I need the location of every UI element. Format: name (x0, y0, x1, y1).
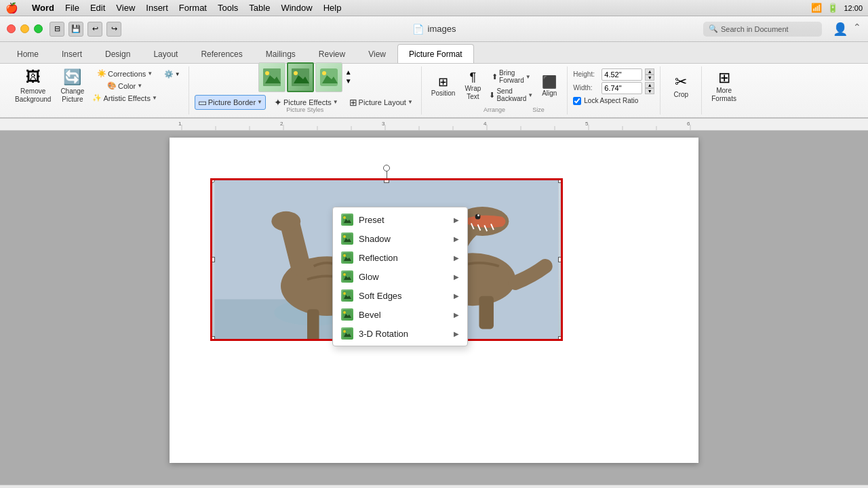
handle-top-right[interactable] (558, 178, 563, 183)
menu-table[interactable]: Table (243, 3, 275, 13)
tab-home[interactable]: Home (5, 44, 50, 63)
3d-rotation-arrow: ▶ (454, 330, 459, 338)
tab-insert[interactable]: Insert (50, 44, 94, 63)
user-icon[interactable]: 👤 (833, 22, 848, 37)
crop-button[interactable]: ✂ Crop (666, 70, 696, 102)
minimize-button[interactable] (20, 24, 29, 33)
send-backward-button[interactable]: ⬇ SendBackward ▼ (486, 86, 536, 104)
width-down[interactable]: ▼ (645, 88, 654, 94)
lock-aspect-checkbox[interactable] (573, 97, 581, 105)
width-up[interactable]: ▲ (645, 82, 654, 88)
tab-picture-format[interactable]: Picture Format (397, 44, 474, 63)
bevel-label: Bevel (359, 310, 448, 320)
glow-icon (341, 270, 353, 283)
tab-layout[interactable]: Layout (142, 44, 189, 63)
handle-bottom-right[interactable] (558, 336, 563, 341)
redo-icon[interactable]: ↪ (106, 22, 121, 37)
3d-rotation-label: 3-D Rotation (359, 329, 448, 339)
svg-rect-37 (307, 309, 319, 339)
tab-view[interactable]: View (357, 44, 397, 63)
bring-forward-button[interactable]: ⬆ BringForward ▼ (489, 68, 534, 85)
close-button[interactable] (7, 24, 16, 33)
more-formats-group: ⊞ MoreFormats (702, 66, 746, 115)
ribbon-collapse-icon[interactable]: ⌃ (853, 22, 861, 37)
remove-background-button[interactable]: 🖼 RemoveBackground (11, 66, 55, 106)
compress-pictures-button[interactable]: ⚙️ ▼ (161, 68, 183, 80)
corrections-arrow: ▼ (147, 70, 153, 77)
menu-window[interactable]: Window (275, 3, 317, 13)
corrections-button[interactable]: ☀️ Corrections ▼ (94, 68, 155, 79)
height-input[interactable] (601, 68, 642, 81)
menu-edit[interactable]: Edit (85, 3, 111, 13)
titlebar: ⊟ 💾 ↩ ↪ 📄 images 🔍 Search in Document 👤 … (0, 16, 868, 42)
save-icon[interactable]: 💾 (68, 22, 83, 37)
maximize-button[interactable] (34, 24, 43, 33)
apple-menu[interactable]: 🍎 (5, 2, 18, 14)
svg-text:5: 5 (585, 121, 589, 127)
reflection-arrow: ▶ (454, 254, 459, 262)
picture-styles-row: ▲ ▼ (258, 62, 352, 92)
picture-layout-button[interactable]: ⊞ Picture Layout ▼ (347, 96, 416, 109)
menu-help[interactable]: Help (318, 3, 347, 13)
more-formats-button[interactable]: ⊞ MoreFormats (707, 66, 741, 106)
change-picture-button[interactable]: 🔄 ChangePicture (56, 66, 88, 106)
menu-item-shadow[interactable]: Shadow ▶ (333, 229, 467, 248)
crop-icon: ✂ (675, 73, 687, 91)
picture-border-button[interactable]: ▭ Picture Border ▼ (195, 95, 266, 110)
search-icon: 🔍 (709, 24, 718, 33)
pic-styles-up[interactable]: ▲ (345, 69, 352, 76)
preset-label: Preset (359, 215, 448, 225)
menu-item-bevel[interactable]: Bevel ▶ (333, 305, 467, 324)
shadow-icon (341, 232, 353, 245)
color-label: Color (118, 82, 136, 90)
handle-bottom-left[interactable] (210, 336, 215, 341)
sidebar-toggle-icon[interactable]: ⊟ (50, 22, 64, 37)
menu-item-glow[interactable]: Glow ▶ (333, 267, 467, 286)
menu-view[interactable]: View (111, 3, 140, 13)
menu-format[interactable]: Format (174, 3, 212, 13)
titlebar-right: 🔍 Search in Document 👤 ⌃ (703, 22, 861, 37)
picture-border-arrow: ▼ (257, 99, 262, 105)
width-input[interactable] (601, 82, 642, 94)
height-down[interactable]: ▼ (645, 75, 654, 81)
reflection-icon (341, 251, 353, 264)
handle-top-center[interactable] (384, 178, 389, 183)
tab-references[interactable]: References (189, 44, 254, 63)
height-up[interactable]: ▲ (645, 68, 654, 75)
adjust-group: 🖼 RemoveBackground 🔄 ChangePicture ☀️ Co… (5, 66, 189, 115)
picture-styles-group: ▲ ▼ ▭ Picture Border ▼ ✦ Picture Effects… (189, 66, 422, 115)
menu-insert[interactable]: Insert (140, 3, 174, 13)
pic-style-2[interactable] (287, 62, 314, 92)
handle-middle-left[interactable] (210, 257, 215, 262)
position-button[interactable]: ⊞ Position (427, 72, 460, 100)
wrap-text-button[interactable]: ¶ WrapText (460, 68, 485, 104)
color-button[interactable]: 🎨 Color ▼ (104, 80, 145, 92)
handle-middle-right[interactable] (558, 257, 563, 262)
ruler-container: 1 2 3 4 5 6 (0, 119, 868, 131)
undo-icon[interactable]: ↩ (87, 22, 102, 37)
width-spinner: ▲ ▼ (645, 82, 654, 94)
menu-item-reflection[interactable]: Reflection ▶ (333, 248, 467, 267)
bring-forward-arrow: ▼ (526, 74, 531, 80)
preset-icon (341, 214, 353, 226)
pic-styles-down[interactable]: ▼ (345, 78, 352, 85)
pic-style-1[interactable] (258, 62, 285, 92)
menu-tools[interactable]: Tools (212, 3, 243, 13)
tab-mailings[interactable]: Mailings (254, 44, 307, 63)
menu-item-soft-edges[interactable]: Soft Edges ▶ (333, 286, 467, 305)
picture-effects-dropdown: Preset ▶ Shadow ▶ Reflecti (332, 207, 468, 346)
align-button[interactable]: ⬛ Align (537, 72, 561, 100)
menu-item-3d-rotation[interactable]: 3-D Rotation ▶ (333, 324, 467, 343)
tab-review[interactable]: Review (307, 44, 357, 63)
menu-item-preset[interactable]: Preset ▶ (333, 210, 467, 229)
menu-file[interactable]: File (60, 3, 85, 13)
artistic-effects-button[interactable]: ✨ Artistic Effects ▼ (90, 92, 159, 104)
menu-word[interactable]: Word (26, 3, 60, 13)
search-in-document[interactable]: 🔍 Search in Document (703, 22, 822, 37)
pic-style-3[interactable] (315, 62, 342, 92)
picture-effects-icon: ✦ (274, 97, 282, 108)
tab-design[interactable]: Design (94, 44, 142, 63)
send-backward-label: SendBackward (496, 87, 526, 102)
rotate-handle[interactable] (383, 165, 390, 171)
width-label: Width: (573, 84, 599, 92)
